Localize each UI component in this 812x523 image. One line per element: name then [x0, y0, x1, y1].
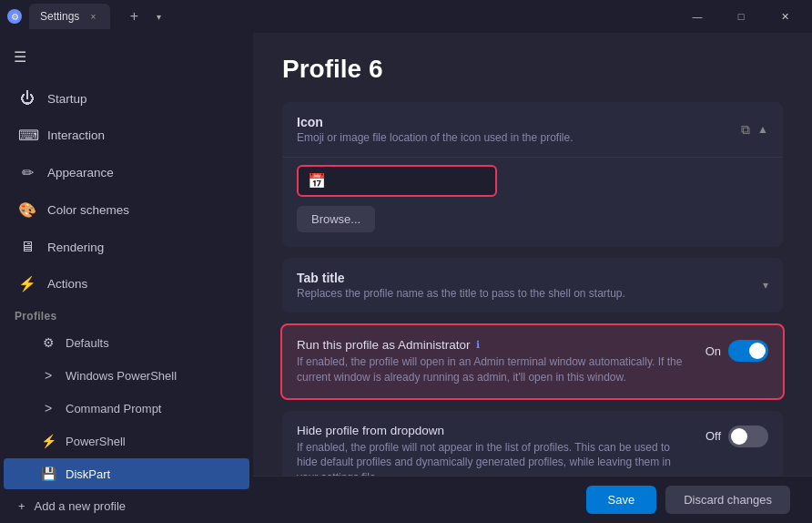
browse-button[interactable]: Browse...	[297, 206, 375, 232]
add-profile-label: Add a new profile	[35, 499, 126, 513]
menu-button[interactable]: ☰	[4, 40, 36, 73]
diskpart-label: DiskPart	[66, 467, 110, 481]
run-as-admin-label: Run this profile as Administrator ℹ	[297, 338, 684, 352]
tab-title-title: Tab title	[297, 271, 625, 285]
sidebar-item-defaults[interactable]: ⚙ Defaults	[4, 327, 249, 358]
sidebar-item-rendering[interactable]: 🖥 Rendering	[4, 230, 249, 264]
sidebar-top: ☰	[0, 33, 253, 80]
windows-powershell-label: Windows PowerShell	[66, 369, 177, 383]
settings-tab[interactable]: Settings ×	[29, 4, 110, 29]
run-as-admin-info-icon: ℹ	[476, 339, 480, 351]
icon-section-chevron: ▲	[757, 123, 768, 136]
icon-section-title: Icon	[297, 115, 573, 129]
save-button[interactable]: Save	[586, 486, 657, 514]
color-schemes-label: Color schemes	[47, 203, 129, 217]
run-as-admin-toggle-right: On	[705, 338, 768, 362]
startup-icon: ⏻	[18, 90, 36, 107]
rendering-icon: 🖥	[18, 239, 36, 255]
hide-profile-row: Hide profile from dropdown If enabled, t…	[282, 411, 783, 476]
icon-section-desc: Emoji or image file location of the icon…	[297, 131, 573, 144]
sidebar: ☰ ⏻ Startup ⌨ Interaction ✏ Appearance 🎨…	[0, 33, 253, 523]
hide-profile-toggle[interactable]	[728, 426, 768, 447]
footer: Save Discard changes	[253, 476, 812, 523]
tab-title-desc: Replaces the profile name as the title t…	[297, 287, 625, 300]
command-prompt-icon: >	[40, 401, 56, 415]
run-as-admin-toggle[interactable]	[728, 340, 768, 362]
interaction-label: Interaction	[47, 128, 105, 142]
icon-input-icon: 📅	[308, 172, 326, 190]
minimize-button[interactable]: —	[677, 2, 717, 31]
windows-powershell-icon: >	[40, 368, 56, 383]
sidebar-item-interaction[interactable]: ⌨ Interaction	[4, 118, 249, 153]
sidebar-item-powershell[interactable]: ⚡ PowerShell	[4, 426, 249, 456]
icon-section: Icon Emoji or image file location of the…	[282, 102, 783, 247]
startup-label: Startup	[47, 92, 87, 106]
run-as-admin-value: On	[705, 344, 721, 358]
new-tab-button[interactable]: +	[121, 4, 147, 29]
actions-label: Actions	[47, 277, 87, 291]
tab-title-header[interactable]: Tab title Replaces the profile name as t…	[282, 258, 783, 313]
main-content: Profile 6 Icon Emoji or image file locat…	[253, 33, 812, 523]
icon-section-copy-icon: ⧉	[741, 122, 750, 138]
hide-profile-knob	[731, 428, 747, 445]
new-tab-controls: + ▾	[121, 4, 168, 29]
command-prompt-label: Command Prompt	[66, 402, 161, 415]
close-tab-button[interactable]: ×	[86, 10, 99, 23]
hide-profile-value: Off	[705, 429, 721, 443]
tab-label: Settings	[40, 10, 79, 23]
sidebar-item-color-schemes[interactable]: 🎨 Color schemes	[4, 192, 249, 228]
icon-section-body: 📅 Browse...	[282, 157, 783, 247]
content-area: Profile 6 Icon Emoji or image file locat…	[253, 33, 812, 476]
icon-input-field[interactable]	[333, 174, 486, 188]
appearance-icon: ✏	[18, 164, 36, 181]
powershell-icon: ⚡	[40, 434, 56, 448]
add-profile-item[interactable]: + Add a new profile	[4, 491, 249, 521]
rendering-label: Rendering	[47, 241, 104, 254]
tab-title-section: Tab title Replaces the profile name as t…	[282, 258, 783, 313]
hide-profile-section: Hide profile from dropdown If enabled, t…	[282, 411, 783, 476]
page-title: Profile 6	[282, 55, 783, 84]
sidebar-item-appearance[interactable]: ✏ Appearance	[4, 155, 249, 190]
app-body: ☰ ⏻ Startup ⌨ Interaction ✏ Appearance 🎨…	[0, 33, 812, 523]
sidebar-item-startup[interactable]: ⏻ Startup	[4, 81, 249, 116]
hide-profile-label: Hide profile from dropdown	[297, 424, 684, 437]
app-icon: ⚙	[7, 9, 22, 24]
hide-profile-info: Hide profile from dropdown If enabled, t…	[297, 424, 705, 476]
run-as-admin-info: Run this profile as Administrator ℹ If e…	[297, 338, 705, 385]
title-bar: ⚙ Settings × + ▾ — □ ✕	[0, 0, 812, 33]
powershell-label: PowerShell	[66, 435, 126, 448]
appearance-label: Appearance	[47, 166, 114, 179]
sidebar-item-diskpart[interactable]: 💾 DiskPart	[4, 458, 249, 489]
sidebar-item-windows-powershell[interactable]: > Windows PowerShell	[4, 360, 249, 391]
tab-title-info: Tab title Replaces the profile name as t…	[297, 271, 625, 300]
add-profile-icon: +	[18, 499, 25, 513]
sidebar-item-actions[interactable]: ⚡ Actions	[4, 266, 249, 302]
tab-title-chevron: ▾	[763, 279, 768, 292]
color-schemes-icon: 🎨	[18, 201, 36, 219]
close-window-button[interactable]: ✕	[765, 2, 805, 31]
interaction-icon: ⌨	[18, 127, 36, 144]
actions-icon: ⚡	[18, 275, 36, 292]
run-as-admin-desc: If enabled, the profile will open in an …	[297, 354, 684, 385]
tab-dropdown-button[interactable]: ▾	[148, 4, 168, 29]
run-as-admin-row: Run this profile as Administrator ℹ If e…	[280, 323, 785, 400]
hide-profile-desc: If enabled, the profile will not appear …	[297, 440, 684, 476]
defaults-icon: ⚙	[40, 335, 56, 350]
run-as-admin-knob	[749, 343, 766, 359]
icon-input-wrapper: 📅	[297, 165, 497, 197]
diskpart-icon: 💾	[40, 467, 56, 481]
icon-section-header: Icon Emoji or image file location of the…	[282, 102, 783, 157]
maximize-button[interactable]: □	[721, 2, 761, 31]
hide-profile-toggle-right: Off	[705, 424, 768, 447]
profiles-section-label: Profiles	[0, 303, 253, 326]
defaults-label: Defaults	[66, 336, 109, 350]
sidebar-item-command-prompt[interactable]: > Command Prompt	[4, 393, 249, 424]
discard-button[interactable]: Discard changes	[665, 486, 790, 514]
icon-section-info: Icon Emoji or image file location of the…	[297, 115, 573, 144]
window-controls: — □ ✕	[677, 2, 805, 31]
run-as-admin-section: Run this profile as Administrator ℹ If e…	[282, 323, 783, 400]
